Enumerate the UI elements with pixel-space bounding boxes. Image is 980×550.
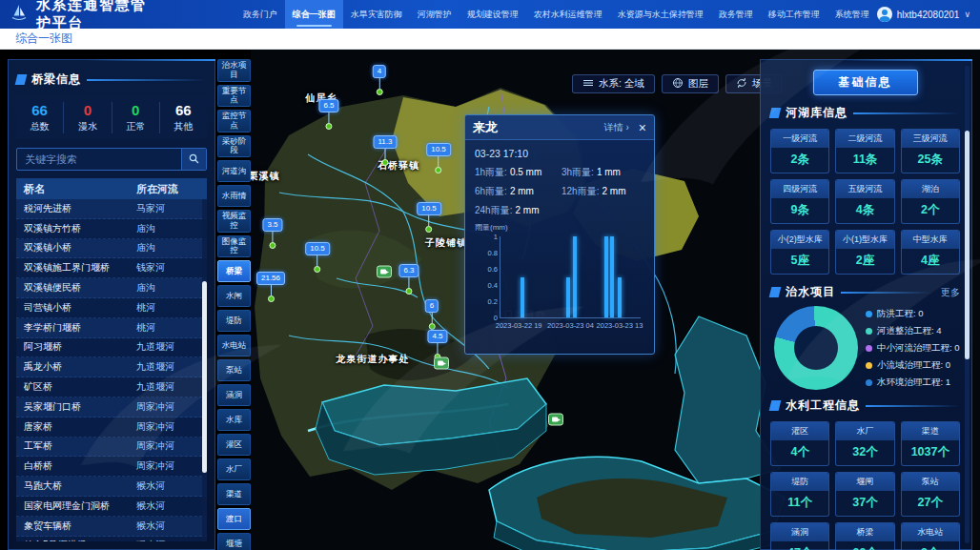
stat-card[interactable]: 灌区4个 [770,421,829,466]
layer-menu-item[interactable]: 泵站 [217,359,251,381]
layer-menu-item[interactable]: 水库 [217,409,251,431]
water-level-marker[interactable]: 6 [425,299,439,330]
table-row[interactable]: 国家电网理金门洞桥猴水河 [16,497,207,517]
stat-card[interactable]: 小(2)型水库5座 [770,230,829,275]
search-input[interactable] [17,149,181,170]
layer-menu-item[interactable]: 河道沟 [217,160,251,182]
water-level-marker[interactable]: 4.5 [427,330,447,360]
stat-card-value: 2条 [771,148,828,173]
stat-card[interactable]: 水厂32个 [835,421,894,466]
nav-item[interactable]: 综合一张图 [285,0,343,29]
camera-icon[interactable] [434,357,449,370]
table-row[interactable]: 李学桥门堰桥桃河 [16,318,207,338]
stat-card[interactable]: 四级河流9条 [770,179,829,224]
water-level-marker[interactable]: 10.5 [426,143,451,173]
water-level-marker[interactable]: 3.5 [262,218,282,249]
nav-item[interactable]: 政务管理 [711,0,761,29]
layer-menu-item[interactable]: 治水项目 [217,59,251,82]
nav-item[interactable]: 农村水利运维管理 [526,0,610,29]
user-menu[interactable]: hlxtb42080201 ∨ [877,0,970,29]
stat-card[interactable]: 二级河流11条 [835,129,894,173]
water-level-marker[interactable]: 6.3 [398,264,419,295]
table-row[interactable]: 唐家桥周家冲河 [16,418,207,438]
table-row[interactable]: 矿区桥九道堰河 [16,377,207,397]
nav-item[interactable]: 河湖管护 [410,0,459,29]
search-button[interactable] [181,149,206,170]
search-icon [189,151,199,168]
layer-menu-item[interactable]: 水电站 [217,335,251,356]
table-row[interactable]: 白桥桥周家冲河 [16,457,207,477]
layer-menu-item[interactable]: 水闸 [217,285,251,307]
water-level-marker[interactable]: 4 [373,65,386,95]
project-more-link[interactable]: 更多 [941,286,960,299]
table-row[interactable]: 象贸车辆桥猴水河 [16,517,207,537]
layer-menu-item[interactable]: 监控节点 [217,110,251,132]
stat-card[interactable]: 堰闸37个 [835,472,894,517]
camera-icon[interactable] [548,414,563,426]
right-panel-scrollbar[interactable] [965,66,970,543]
layer-menu-item[interactable]: 堰塘 [217,533,251,550]
stat-card[interactable]: 小(1)型水库2座 [835,230,894,275]
table-scrollbar[interactable] [202,199,207,541]
water-level-marker[interactable]: 10.5 [305,242,330,273]
stat-card[interactable]: 泵站27个 [901,472,960,517]
table-row[interactable]: 司营镇小桥桃河 [16,298,207,318]
table-row[interactable]: 双溪镇便民桥庙沟 [16,278,207,298]
nav-item[interactable]: 水旱灾害防御 [343,0,410,29]
layer-menu-item[interactable]: 采砂阶段 [217,135,251,158]
legend-label: 防洪工程: 0 [877,308,924,320]
stat-card[interactable]: 一级河流2条 [770,129,829,173]
stat-card[interactable]: 湖泊2个 [901,179,960,224]
stat-value: 66 [16,102,63,118]
scrollbar-thumb[interactable] [965,131,970,359]
stat-card[interactable]: 渠道1037个 [901,421,960,466]
table-row[interactable]: 马跑大桥猴水河 [16,477,207,497]
stat-card-label: 水厂 [836,422,893,440]
table-row[interactable]: 工军桥周家冲河 [16,438,207,458]
water-level-marker[interactable]: 6.5 [318,99,338,130]
breadcrumb[interactable]: 综合一张图 [15,31,72,47]
stat-card[interactable]: 水电站3个 [901,522,960,550]
nav-item[interactable]: 移动工作管理 [761,0,827,29]
layer-menu-item[interactable]: 桥梁 [217,260,251,282]
nav-item[interactable]: 系统管理 [827,0,877,29]
stat-card[interactable]: 五级河流4条 [835,179,894,224]
nav-item[interactable]: 水资源与水土保持管理 [610,0,711,29]
close-icon[interactable]: × [639,121,646,134]
stat-card[interactable]: 涵洞47个 [770,522,829,550]
water-level-marker[interactable]: 21.56 [256,272,285,302]
table-row[interactable]: 吴家堰门口桥周家冲河 [16,397,207,418]
layer-menu-item[interactable]: 图像监控 [217,235,251,258]
map-control-layers[interactable]: 图层 [662,74,719,93]
base-info-tab[interactable]: 基础信息 [813,70,918,95]
popup-detail-link[interactable]: 详情 [604,121,629,134]
layer-menu-item[interactable]: 视频监控 [217,210,251,233]
stat-card[interactable]: 三级河流25条 [901,129,960,173]
water-level-marker[interactable]: 10.5 [417,202,441,233]
table-row[interactable]: 双溪镇小桥庙沟 [16,239,207,259]
table-row[interactable]: 税河先进桥马家河 [16,199,207,219]
table-row[interactable]: 双溪镇方竹桥庙沟 [16,219,207,239]
table-row[interactable]: 双溪镇施工界门堰桥钱家河 [16,258,207,278]
layer-menu-item[interactable]: 渠道 [217,483,251,505]
camera-icon[interactable] [377,266,392,278]
nav-item[interactable]: 规划建设管理 [459,0,526,29]
layer-menu-item[interactable]: 堤防 [217,310,251,332]
layer-menu-item[interactable]: 水厂 [217,458,251,480]
table-row[interactable]: 阿习堰桥九道堰河 [16,338,207,358]
nav-item[interactable]: 政务门户 [235,0,285,29]
layer-menu-item[interactable]: 水雨情 [217,185,251,207]
stat-card[interactable]: 桥梁66个 [835,522,894,550]
water-level-marker[interactable]: 11.3 [374,135,398,166]
layer-menu-item[interactable]: 渡口 [217,508,251,530]
layer-menu-item[interactable]: 涵洞 [217,384,251,406]
scrollbar-thumb[interactable] [202,281,207,473]
layer-menu-item[interactable]: 灌区 [217,434,251,456]
stat-card[interactable]: 堤防11个 [770,472,829,517]
layer-menu-item[interactable]: 重要节点 [217,85,251,108]
bridge-name-cell: 象贸车辆桥 [16,519,131,533]
table-row[interactable]: 粘率5号堰拱桥猴水河 [16,537,207,541]
table-row[interactable]: 禹龙小桥九道堰河 [16,357,207,377]
map-control-water-system[interactable]: 水系: 全域 [572,74,655,93]
stat-card[interactable]: 中型水库4座 [901,230,960,275]
